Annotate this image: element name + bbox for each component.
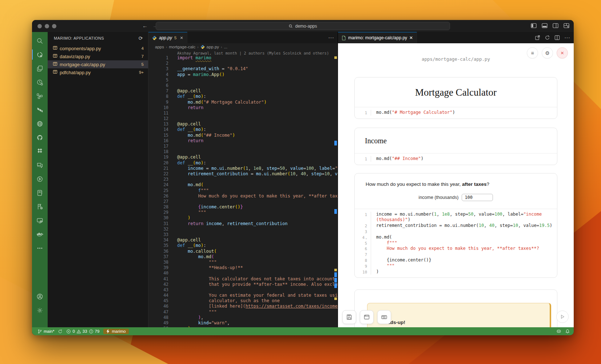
tab-marimo-panel[interactable]: marimo: mortgage-calc/app.py ✕	[338, 32, 417, 43]
code-line[interactable]: 43	[148, 287, 338, 293]
comments-icon[interactable]	[32, 158, 48, 172]
zoom-window-icon[interactable]	[52, 24, 56, 28]
code-line[interactable]: 41 This calculator does not take taxes i…	[148, 276, 338, 282]
code-line[interactable]: 46 [linked here](https://smartasset.com/…	[148, 304, 338, 309]
code-line[interactable]: 30 )	[148, 215, 338, 221]
symbols-icon[interactable]	[32, 89, 48, 103]
code-line[interactable]: 2	[148, 61, 338, 66]
cell-code-line[interactable]: 5 f"""	[355, 240, 557, 246]
code-line[interactable]: 40	[148, 271, 338, 276]
breadcrumb[interactable]: apps › mortgage-calc › app.py › ...	[148, 43, 338, 51]
search-icon[interactable]	[32, 34, 48, 48]
code-line[interactable]: 42 that you provide **after-tax** income…	[148, 282, 338, 287]
run-cell-button[interactable]	[556, 311, 569, 323]
code-line[interactable]: 12	[148, 116, 338, 121]
play-circle-icon[interactable]	[32, 172, 48, 186]
close-tab-icon[interactable]: ✕	[180, 36, 183, 40]
code-line[interactable]: 9 mo.md("# Mortgage Calculator")	[148, 100, 338, 105]
code-line[interactable]: 10 return	[148, 105, 338, 111]
git-sync-item[interactable]	[56, 329, 64, 334]
customize-layout-icon[interactable]	[564, 23, 569, 28]
code-editor[interactable]: Akshay Agrawal, last month | 2 authors (…	[148, 51, 338, 327]
cell-code-line[interactable]: 1income = mo.ui.number(1, 1e8, step=50, …	[355, 212, 557, 217]
breadcrumb-tail[interactable]: ...	[224, 45, 227, 49]
command-center[interactable]: demo-apps	[156, 22, 450, 30]
code-line[interactable]: 35def __(mo):	[148, 243, 338, 248]
code-line[interactable]: 17	[148, 144, 338, 149]
liveshare-icon[interactable]	[32, 75, 48, 89]
code-line[interactable]: 25 f"""	[148, 188, 338, 193]
cell-code[interactable]: 1mo.md("# Mortgage Calculator")	[355, 107, 557, 119]
globe-icon[interactable]	[32, 117, 48, 131]
cell-code-line[interactable]: 7	[355, 252, 557, 257]
git-blame-lens[interactable]: Akshay Agrawal, last month | 2 authors (…	[148, 51, 338, 55]
code-line[interactable]: 19@app.cell	[148, 155, 338, 160]
breadcrumb-item[interactable]: app.py	[207, 45, 219, 49]
code-line[interactable]: 38 """	[148, 260, 338, 265]
test-flag-icon[interactable]	[32, 200, 48, 213]
account-icon[interactable]	[32, 289, 48, 303]
menu-button[interactable]: ≡	[527, 47, 538, 59]
git-branch-item[interactable]: main*	[36, 329, 56, 334]
cell-code-line[interactable]: 3	[355, 229, 557, 235]
minimize-window-icon[interactable]	[45, 24, 49, 28]
code-line[interactable]: 31 return income, retirement_contributio…	[148, 221, 338, 227]
remote-monitor-icon[interactable]	[32, 213, 48, 227]
code-line[interactable]: 32	[148, 227, 338, 232]
code-line[interactable]: 20def __(mo):	[148, 160, 338, 166]
code-line[interactable]: 39 **Heads-up!**	[148, 265, 338, 271]
sidebar-item-pdfchat[interactable]: pdfchat/app.py9+	[48, 68, 148, 76]
cell-code[interactable]: 1mo.md("## Income")	[355, 153, 557, 165]
code-line[interactable]: 14def __(mo):	[148, 127, 338, 132]
cell-code-line[interactable]: 4⌄mo.md(	[355, 235, 557, 240]
history-back-icon[interactable]: ←	[142, 23, 148, 29]
terraform-icon[interactable]	[32, 103, 48, 117]
toggle-panel-icon[interactable]	[542, 23, 548, 28]
code-line[interactable]: 15 mo.md("## Income")	[148, 133, 338, 138]
cell-code-line[interactable]: 6 How much do you expect to make this ye…	[355, 246, 557, 252]
sidebar-item-components[interactable]: components/app.py4	[48, 44, 148, 52]
open-external-icon[interactable]	[535, 35, 540, 40]
code-line[interactable]: 6	[148, 83, 338, 88]
code-line[interactable]: 34@app.cell	[148, 237, 338, 243]
code-line[interactable]: 29 """	[148, 210, 338, 215]
reload-icon[interactable]	[545, 35, 550, 40]
breadcrumb-item[interactable]: mortgage-calc	[169, 45, 195, 49]
code-line[interactable]: 21 income = mo.ui.number(1, 1e8, step=50…	[148, 166, 338, 171]
code-line[interactable]: 27	[148, 199, 338, 204]
cell-code-line[interactable]: (thousands)")	[355, 217, 557, 223]
cell-code-line[interactable]: 2retirement_contribution = mo.ui.number(…	[355, 223, 557, 229]
more-actions-icon[interactable]: ···	[328, 35, 334, 41]
settings-button[interactable]: ⚙	[542, 47, 553, 59]
more-icon[interactable]	[32, 241, 48, 255]
code-line[interactable]: 8def __(mo):	[148, 94, 338, 99]
code-line[interactable]: 3__generated_with = "0.0.14"	[148, 66, 338, 72]
code-line[interactable]: 16 return	[148, 138, 338, 144]
shutdown-button[interactable]: ✕	[557, 47, 568, 59]
code-line[interactable]: 4app = marimo.App()	[148, 72, 338, 77]
notebook-icon[interactable]	[32, 186, 48, 200]
code-line[interactable]: 23	[148, 177, 338, 182]
code-line[interactable]: 48 ),	[148, 315, 338, 320]
code-line[interactable]: 33	[148, 232, 338, 237]
cell-code-line[interactable]: 10)	[355, 269, 557, 275]
close-window-icon[interactable]	[37, 24, 42, 28]
code-line[interactable]: 11	[148, 111, 338, 116]
cell-code-line[interactable]: 9 """	[355, 263, 557, 269]
marimo-icon[interactable]	[32, 48, 48, 61]
cell-code-line[interactable]: 1mo.md("# Mortgage Calculator")	[355, 110, 557, 116]
cell-code-line[interactable]: 1mo.md("## Income")	[355, 156, 557, 162]
code-line[interactable]: 47 """	[148, 309, 338, 315]
code-line[interactable]: 18	[148, 149, 338, 155]
toggle-secondary-sidebar-icon[interactable]	[553, 23, 558, 28]
code-line[interactable]: 7@app.cell	[148, 88, 338, 94]
settings-gear-icon[interactable]	[32, 303, 48, 317]
split-editor-icon[interactable]	[554, 35, 560, 40]
sidebar-item-mortgage-calc[interactable]: mortgage-calc/app.py5	[48, 60, 148, 68]
code-line[interactable]: 24 mo.md(	[148, 182, 338, 188]
code-line[interactable]: 1import marimo	[148, 55, 338, 61]
code-line[interactable]: 50 )	[148, 326, 338, 327]
tab-app-py[interactable]: app.py 5 ✕	[148, 32, 187, 43]
docker-icon[interactable]	[32, 227, 48, 241]
bell-icon[interactable]	[565, 329, 570, 334]
